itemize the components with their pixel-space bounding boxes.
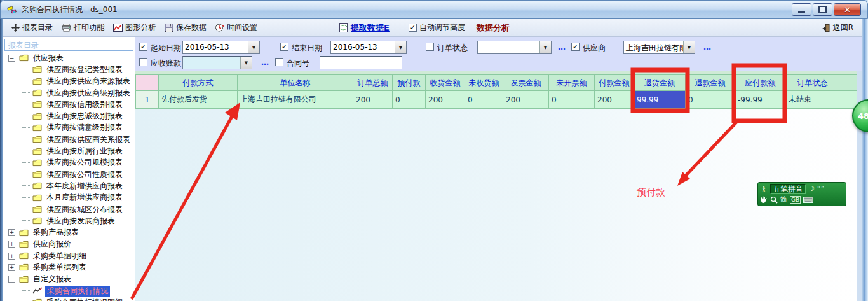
magnifier-icon[interactable] [770, 196, 778, 204]
table-cell[interactable]: 未结束 [786, 91, 839, 109]
order-status-checkbox[interactable] [426, 43, 434, 51]
supplier-checkbox[interactable]: ✓ [571, 43, 580, 51]
column-header[interactable]: 订单总额 [353, 75, 393, 91]
ime-name[interactable]: 五笔拼音 [770, 184, 806, 194]
column-header[interactable]: 付款方式 [159, 75, 238, 91]
table-cell[interactable]: 先付款后发货 [159, 91, 238, 109]
column-header[interactable]: 单位名称 [238, 75, 353, 91]
column-header[interactable]: 退货金额 [634, 75, 686, 91]
table-cell[interactable]: 200 [503, 91, 549, 109]
tree-item[interactable]: 供应商按满意级别报表 [3, 122, 135, 134]
graph-analysis-button[interactable]: 图形分析 [110, 21, 159, 34]
tree-item[interactable]: −供应报表 [3, 52, 135, 64]
punctuation-icon[interactable]: °” [817, 185, 825, 192]
tree-item[interactable]: 供应商按信用级别报表 [3, 99, 135, 110]
extract-data-button[interactable]: 提取数据E [351, 22, 390, 34]
chevron-down-icon[interactable]: ▼ [539, 41, 551, 53]
close-button[interactable]: ✕ [834, 3, 861, 16]
receivable-more-button[interactable]: … [261, 58, 269, 67]
tree-item[interactable]: 供应商按忠诚级别报表 [3, 110, 135, 122]
tree-item[interactable]: −自定义报表 [3, 274, 135, 285]
start-date-checkbox[interactable]: ✓ [139, 43, 147, 51]
table-cell[interactable]: 0 [465, 91, 503, 109]
expand-toggle[interactable]: + [8, 229, 15, 236]
restore-button[interactable] [813, 3, 832, 16]
tree-item[interactable]: +采购类单据明细 [3, 250, 135, 262]
table-cell[interactable]: 0 [393, 91, 426, 109]
badge-value: 48 [858, 111, 868, 121]
keyboard-icon[interactable] [803, 197, 813, 203]
tree-item[interactable]: 供应商按所属行业报表 [3, 145, 135, 157]
chevron-down-icon[interactable]: ▼ [683, 41, 695, 53]
tree-item[interactable]: 采购合同执行情况明细 [3, 297, 135, 301]
table-cell[interactable]: 上海吉田拉链有限公司 [238, 91, 353, 109]
moon-icon[interactable]: ☽ [808, 185, 815, 193]
tree-item[interactable]: 供应商按发展商报表 [3, 215, 135, 227]
table-cell[interactable]: 0 [686, 91, 735, 109]
table-cell[interactable]: 200 [353, 91, 393, 109]
contract-no-input[interactable] [320, 56, 402, 69]
tree-connector [22, 69, 31, 70]
ime-collapse-button[interactable]: ∧∧ [760, 186, 768, 192]
tree-item[interactable]: 采购合同执行情况 [3, 285, 135, 297]
save-data-button[interactable]: 保存数据 [161, 21, 210, 34]
table-cell[interactable]: 200 [426, 91, 465, 109]
receivable-select[interactable]: ▼ [182, 56, 252, 69]
receivable-checkbox[interactable] [139, 58, 147, 66]
column-header[interactable]: 未收货额 [465, 75, 503, 91]
ime-gb-toggle[interactable]: GB [790, 196, 801, 204]
data-analysis-button[interactable]: 数据分析 [477, 22, 510, 34]
column-header[interactable]: 未开票额 [549, 75, 595, 91]
table-cell[interactable]: 99.99 [634, 91, 686, 109]
chevron-down-icon[interactable]: ▼ [240, 57, 252, 69]
column-header[interactable]: 订单状态 [786, 75, 839, 91]
tree-item[interactable]: 本月度新增供应商报表 [3, 192, 135, 204]
tree-item[interactable]: 供应商按登记类型报表 [3, 64, 135, 75]
column-header[interactable]: - [136, 75, 159, 91]
hand-icon[interactable] [760, 196, 768, 204]
column-header[interactable]: 付款金额 [595, 75, 634, 91]
chevron-down-icon[interactable]: ▼ [395, 41, 406, 53]
end-date-checkbox[interactable]: ✓ [280, 43, 288, 51]
table-cell[interactable]: 200 [595, 91, 634, 109]
start-date-select[interactable]: 2016-05-13▼ [182, 41, 260, 54]
column-header[interactable]: 应付款额 [735, 75, 786, 91]
table-cell[interactable]: 1 [136, 91, 159, 109]
tree-item[interactable]: +采购产品报表 [3, 227, 135, 238]
collapse-toggle[interactable]: − [8, 276, 15, 283]
tree-item[interactable]: 供应商按供应商级别报表 [3, 87, 135, 99]
contract-no-checkbox[interactable] [275, 58, 283, 66]
tree-item[interactable]: 供应商按供应商来源报表 [3, 76, 135, 87]
minimize-button[interactable] [792, 3, 811, 16]
supplier-select[interactable]: 上海吉田拉链有限·▼ [623, 41, 695, 54]
order-status-more-button[interactable]: … [558, 43, 566, 52]
end-date-select[interactable]: 2016-05-13▼ [330, 41, 407, 54]
supplier-more-button[interactable]: … [703, 43, 712, 52]
print-button[interactable]: 打印功能 [58, 21, 107, 34]
back-button[interactable]: 返回R [818, 21, 857, 34]
expand-toggle[interactable]: + [8, 253, 15, 260]
tree-item[interactable]: 供应商按公司性质报表 [3, 169, 135, 180]
expand-toggle[interactable]: + [8, 241, 15, 248]
table-cell[interactable]: -99.99 [735, 91, 786, 109]
column-header[interactable]: 发票金额 [503, 75, 549, 91]
tree-item[interactable]: 供应商按供应商关系报表 [3, 134, 135, 145]
tree-item[interactable]: 供应商按城区分布报表 [3, 204, 135, 215]
tree-item[interactable]: +供应商报价 [3, 239, 135, 250]
tree-item[interactable]: 供应商按公司规模报表 [3, 157, 135, 169]
report-directory-button[interactable]: 报表目录 [8, 21, 56, 34]
auto-height-checkbox[interactable]: ✓ [409, 24, 417, 32]
chevron-down-icon[interactable]: ▼ [248, 41, 259, 53]
column-header[interactable]: 收货金额 [426, 75, 465, 91]
time-setting-button[interactable]: 时间设置 [212, 21, 261, 34]
folder-icon [32, 113, 42, 120]
column-header[interactable]: 预付款 [393, 75, 426, 91]
tree-item[interactable]: 本年度新增供应商报表 [3, 180, 135, 192]
tree-item[interactable]: +采购类单据列表 [3, 262, 135, 273]
collapse-toggle[interactable]: − [8, 55, 15, 62]
order-status-select[interactable]: ▼ [477, 41, 552, 54]
table-cell[interactable]: 0 [549, 91, 595, 109]
column-header[interactable]: 退款金额 [686, 75, 735, 91]
ime-simplified-toggle[interactable]: 简 [780, 195, 787, 204]
expand-toggle[interactable]: + [8, 264, 15, 271]
